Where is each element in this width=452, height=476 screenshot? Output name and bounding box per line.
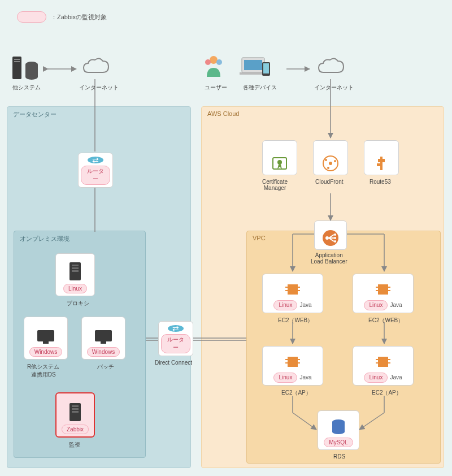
svg-point-53 <box>334 233 336 236</box>
svg-rect-56 <box>288 284 298 295</box>
svg-rect-46 <box>378 159 385 162</box>
ec2-ap-left-label: EC2（AP） <box>281 389 311 397</box>
devices-icon <box>240 55 273 78</box>
svg-point-28 <box>216 59 222 65</box>
router-tag: ルーター <box>81 166 110 185</box>
legend: ：Zabbixの監視対象 <box>17 11 107 23</box>
svg-rect-33 <box>263 63 269 73</box>
svg-rect-58 <box>285 290 288 291</box>
zabbix-node: Zabbix <box>55 392 95 438</box>
server-icon <box>69 403 81 421</box>
svg-rect-22 <box>14 61 20 62</box>
legend-label: ：Zabbixの監視対象 <box>51 13 107 21</box>
cloudfront-icon <box>321 154 340 172</box>
svg-rect-34 <box>37 330 54 341</box>
zone-title-vpc: VPC <box>253 235 266 241</box>
ec2-os-tag: Linux <box>273 373 297 383</box>
ec2-icon <box>284 353 301 370</box>
user-label: ユーザー <box>205 84 227 92</box>
ec2-web-left: LinuxJava <box>262 274 323 313</box>
svg-rect-67 <box>285 359 288 360</box>
cloudfront-node <box>313 140 348 175</box>
ec2-lang: Java <box>390 373 402 383</box>
route53-icon <box>372 154 390 172</box>
monitor-icon <box>94 329 113 345</box>
svg-rect-66 <box>288 357 298 367</box>
router-icon <box>168 325 184 332</box>
ds-node: Windows <box>24 317 68 360</box>
rds-tag: MySQL <box>324 438 353 447</box>
zone-title-onprem: オンプレミス環境 <box>20 235 69 243</box>
zabbix-tag: Zabbix <box>62 425 89 434</box>
cert-manager-node <box>262 140 297 175</box>
cert-manager-label: Certificate Manager <box>262 179 288 191</box>
svg-rect-59 <box>298 287 300 288</box>
svg-rect-74 <box>388 359 390 360</box>
svg-rect-60 <box>298 290 300 291</box>
svg-point-78 <box>332 430 345 434</box>
ec2-os-tag: Linux <box>364 300 388 310</box>
svg-rect-70 <box>298 362 300 364</box>
ec2-web-right-label: EC2（WEB） <box>368 317 403 324</box>
svg-point-41 <box>329 162 332 165</box>
svg-rect-36 <box>95 330 112 341</box>
direct-connect-label: Direct Connect <box>155 360 192 366</box>
svg-point-43 <box>334 160 336 162</box>
svg-point-26 <box>210 56 218 64</box>
proxy-label: プロキシ <box>67 300 89 308</box>
svg-point-54 <box>334 237 336 239</box>
alb-icon <box>321 229 340 247</box>
svg-rect-30 <box>244 60 262 70</box>
svg-rect-73 <box>376 362 378 364</box>
svg-point-55 <box>334 240 336 243</box>
rds-node: MySQL <box>318 410 359 450</box>
svg-rect-21 <box>14 59 20 60</box>
svg-rect-61 <box>378 284 388 295</box>
batch-node: Windows <box>81 317 125 360</box>
ec2-lang: Java <box>299 300 311 310</box>
svg-rect-35 <box>43 341 49 344</box>
other-system-label: 他システム <box>12 84 41 92</box>
ec2-os-tag: Linux <box>364 373 388 383</box>
svg-rect-65 <box>388 290 390 291</box>
ec2-lang: Java <box>299 373 311 383</box>
ds-tag: Windows <box>29 347 63 357</box>
legend-swatch <box>17 11 46 23</box>
ec2-icon <box>375 281 392 298</box>
zone-title-datacenter: データセンター <box>13 110 56 119</box>
database-icon <box>25 61 38 80</box>
svg-point-49 <box>325 236 329 240</box>
svg-rect-68 <box>285 362 288 364</box>
cloud-icon <box>80 57 112 78</box>
svg-point-39 <box>277 160 282 165</box>
certificate-icon <box>271 154 289 172</box>
ec2-os-tag: Linux <box>273 300 297 310</box>
route53-label: Route53 <box>370 179 391 185</box>
zabbix-label: 監視 <box>69 441 80 449</box>
cloudfront-label: CloudFront <box>315 179 343 185</box>
batch-label: バッチ <box>97 363 114 371</box>
users-icon <box>202 54 225 78</box>
ec2-ap-left: LinuxJava <box>262 346 323 386</box>
other-system-icon <box>11 55 38 80</box>
cloud-icon <box>315 57 347 78</box>
svg-point-42 <box>325 159 327 161</box>
internet-right-label: インターネット <box>314 84 354 92</box>
svg-rect-37 <box>101 341 106 344</box>
batch-tag: Windows <box>87 347 120 357</box>
svg-rect-71 <box>378 357 388 367</box>
svg-rect-64 <box>388 287 390 288</box>
ec2-icon <box>375 353 392 370</box>
svg-point-27 <box>205 59 211 65</box>
internet-left-label: インターネット <box>79 84 119 92</box>
database-icon <box>331 418 346 435</box>
proxy-node: Linux <box>55 253 95 296</box>
ec2-ap-right: LinuxJava <box>353 346 414 386</box>
ds-label: R他システム 連携用DS <box>27 363 59 379</box>
svg-rect-57 <box>285 287 288 288</box>
rds-label: RDS <box>333 453 345 460</box>
ec2-icon <box>284 281 301 298</box>
svg-point-25 <box>25 74 38 80</box>
zone-title-aws: AWS Cloud <box>207 110 239 117</box>
svg-rect-72 <box>376 359 378 360</box>
